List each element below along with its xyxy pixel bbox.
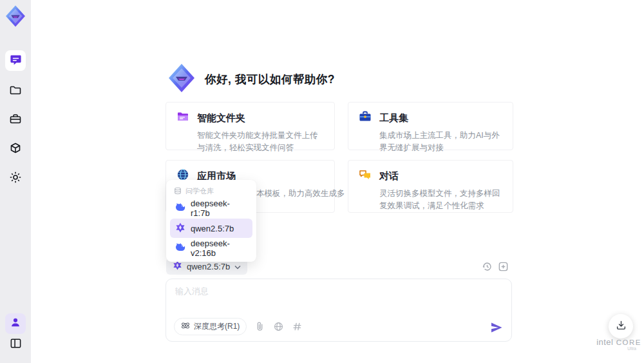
card-title: 对话 <box>379 170 399 182</box>
chat-icon <box>10 54 22 68</box>
model-option-deepseek-v2[interactable]: deepseek-v2:16b <box>170 239 252 258</box>
toolset-icon <box>359 110 372 126</box>
repo-icon <box>174 187 182 196</box>
core-wordmark: core <box>616 338 641 346</box>
new-chat-icon[interactable] <box>498 261 509 272</box>
attachment-icon[interactable] <box>255 322 265 332</box>
card-desc: 灵活切换多模型文件，支持多样回复效果调试，满足个性化需求 <box>379 188 504 212</box>
intel-wordmark: intel <box>596 337 613 347</box>
sidebar-item-models[interactable] <box>5 139 26 160</box>
card-toolset[interactable]: 工具集 集成市场上主流工具，助力AI与外界无缝扩展与对接 <box>348 102 513 150</box>
sidebar-item-panel-toggle[interactable] <box>5 334 26 355</box>
sidebar-item-profile[interactable] <box>5 313 26 334</box>
atom-icon <box>181 321 190 332</box>
cube-icon <box>9 142 22 157</box>
card-dialog[interactable]: 对话 灵活切换多模型文件，支持多样回复效果调试，满足个性化需求 <box>348 160 513 213</box>
ultra-label: Ultra <box>596 346 641 351</box>
download-icon <box>616 320 627 333</box>
deepseek-icon <box>175 242 185 255</box>
composer-toolbar: 深度思考(R1) <box>174 318 303 335</box>
greeting-logo <box>166 63 197 96</box>
model-option-label: qwen2.5:7b <box>191 224 234 233</box>
card-desc: 集成市场上主流工具，助力AI与外界无缝扩展与对接 <box>379 130 504 154</box>
card-title: 工具集 <box>379 112 408 124</box>
toolbox-icon <box>9 113 22 128</box>
deepseek-icon <box>175 202 185 215</box>
model-selector-label: qwen2.5:7b <box>187 262 230 271</box>
send-icon[interactable] <box>489 320 504 335</box>
smart-folder-icon <box>176 110 189 126</box>
message-input[interactable] <box>175 286 484 317</box>
chevron-down-icon <box>234 262 241 271</box>
model-option-label: deepseek-v2:16b <box>191 239 247 258</box>
model-dropdown: 问学仓库 deepseek-r1:7b <box>166 180 256 262</box>
qwen-icon <box>173 260 182 272</box>
greeting: 你好, 我可以如何帮助你? <box>166 63 335 96</box>
sidebar-item-chat[interactable] <box>5 50 26 71</box>
card-smart-folder[interactable]: 智能文件夹 智能文件夹功能支持批量文件上传与清洗，轻松实现文件问答 <box>166 102 335 150</box>
model-option-label: deepseek-r1:7b <box>191 199 247 218</box>
user-icon <box>10 317 21 331</box>
model-option-deepseek-r1[interactable]: deepseek-r1:7b <box>170 199 252 218</box>
folder-icon <box>9 84 22 99</box>
sidebar-item-folders[interactable] <box>5 81 26 102</box>
download-button[interactable] <box>609 314 633 338</box>
history-icon[interactable] <box>482 261 493 272</box>
dropdown-header: 问学仓库 <box>170 184 252 198</box>
app-logo <box>4 5 27 28</box>
deep-think-label: 深度思考(R1) <box>194 321 240 332</box>
card-desc-partial: 本模板，助力高效生成多 <box>256 188 325 200</box>
message-composer: 深度思考(R1) <box>166 279 512 342</box>
dialog-icon <box>359 168 372 184</box>
greeting-text: 你好, 我可以如何帮助你? <box>205 72 335 87</box>
app-window: 你好, 我可以如何帮助你? 智能文件夹 智能文件夹功能支持批量文件上传与清洗，轻… <box>0 0 644 363</box>
panel-icon <box>10 337 22 352</box>
gear-icon <box>9 171 22 186</box>
sidebar <box>0 0 31 363</box>
card-desc: 智能文件夹功能支持批量文件上传与清洗，轻松实现文件问答 <box>197 130 325 154</box>
dropdown-header-label: 问学仓库 <box>185 186 214 196</box>
model-option-qwen[interactable]: qwen2.5:7b <box>170 219 252 238</box>
sidebar-item-toolbox[interactable] <box>5 110 26 131</box>
intel-core-badge: intel core Ultra <box>596 337 641 351</box>
hash-icon[interactable] <box>292 322 303 332</box>
sidebar-item-settings[interactable] <box>5 168 26 189</box>
deep-think-toggle[interactable]: 深度思考(R1) <box>174 318 247 335</box>
globe-icon[interactable] <box>274 322 284 332</box>
card-title: 智能文件夹 <box>197 112 245 124</box>
qwen-icon <box>175 222 185 235</box>
